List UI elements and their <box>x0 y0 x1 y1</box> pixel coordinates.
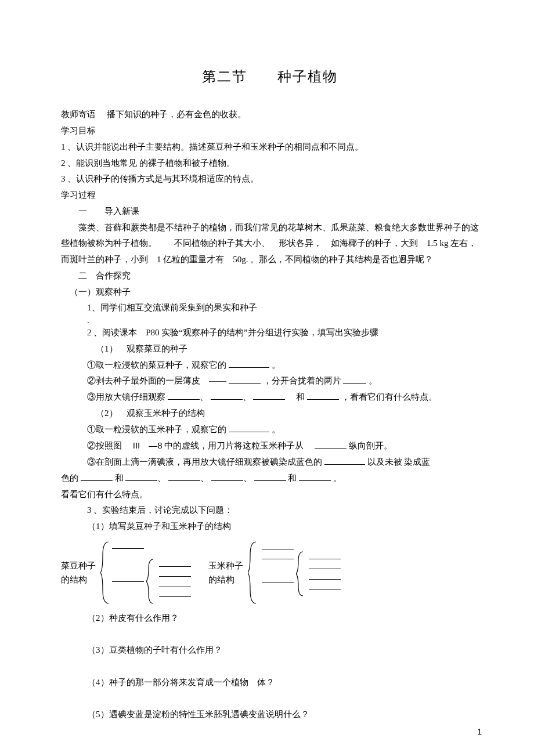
blank-line[interactable] <box>309 578 341 580</box>
intro-paragraph: 藻类、苔藓和蕨类都是不结种子的植物，而我们常见的花草树木、瓜果蔬菜、粮食绝大多数… <box>61 220 479 268</box>
step-1: 1、同学们相互交流课前采集到的果实和种子 <box>61 300 479 316</box>
q3-2: （2）种皮有什么作用？ <box>61 610 479 627</box>
blank-line[interactable] <box>262 558 294 559</box>
blank-line[interactable] <box>112 544 144 549</box>
step-3: 3 、实验结束后，讨论完成以下问题： <box>61 502 479 519</box>
s22b-b: III —8 <box>133 440 163 450</box>
blank[interactable] <box>253 390 285 400</box>
blank[interactable] <box>125 472 157 481</box>
q3-4: （4）种子的那一部分将来发育成一个植物 体？ <box>61 675 479 691</box>
blank[interactable] <box>229 423 269 432</box>
blank[interactable] <box>229 374 261 384</box>
step-2-2b: ②按照图 III —8 中的虚线，用刀片将这粒玉米种子从 纵向剖开。 <box>61 437 479 454</box>
blank[interactable] <box>229 359 269 368</box>
subsection-1-header: （一）观察种子 <box>61 284 479 301</box>
intro-text: 藻类、苔藓和蕨类都是不结种子的植物，而我们常见的花草树木、瓜果蔬菜、粮食绝大多数… <box>61 223 479 265</box>
step-2-1a: ①取一粒浸软的菜豆种子，观察它的 。 <box>61 357 479 374</box>
blank[interactable] <box>168 472 200 481</box>
diagram-left: 菜豆种子 的结构 <box>61 541 191 605</box>
blank-line[interactable] <box>262 582 294 583</box>
blank-line[interactable] <box>309 568 341 569</box>
spacer <box>61 659 479 675</box>
s21b-b: ，分开合拢着的两片 <box>263 376 341 385</box>
diag-left-b: 的结构 <box>61 575 87 584</box>
objective-3: 3 、认识种子的传播方式是与其环境相适应的特点。 <box>61 171 479 187</box>
diag-left-a: 菜豆种子 <box>61 561 96 570</box>
diag-left-label: 菜豆种子 的结构 <box>61 559 98 587</box>
inner-group <box>157 561 191 602</box>
s22b-d: 纵向剖开。 <box>349 441 392 450</box>
step-3-1: （1）填写菜豆种子和玉米种子的结构 <box>61 519 479 535</box>
spacer <box>61 691 479 707</box>
document-page: 第二节 种子植物 教师寄语 播下知识的种子，必有金色的收获。 学习目标 1 、认… <box>0 0 534 756</box>
blank[interactable] <box>168 390 200 400</box>
blank[interactable] <box>254 472 286 481</box>
s22c-and2: 和 <box>288 473 297 483</box>
s21a-end: 。 <box>272 360 280 370</box>
blank-line[interactable] <box>159 576 191 577</box>
step-2-2a: ①取一粒浸软的玉米种子，观察它的 。 <box>61 422 479 438</box>
brace-icon <box>100 541 110 605</box>
step-2-1-header: （1） 观察菜豆的种子 <box>61 341 479 357</box>
blank-line[interactable] <box>159 596 191 597</box>
blank[interactable] <box>315 439 347 448</box>
diag-right-label: 玉米种子 的结构 <box>208 559 246 587</box>
step-2-1b: ②剥去种子最外面的一层薄皮 —— ，分开合拢着的两片 。 <box>61 373 479 389</box>
step-2-2c: ③在剖面上滴一滴碘液，再用放大镜仔细观察被碘染成蓝色的 以及未被 染成蓝 <box>61 454 479 471</box>
objective-1: 1 、认识并能说出种子主要结构。描述菜豆种子和玉米种子的相同点和不同点。 <box>61 139 479 155</box>
s22c-a: ③在剖面上滴一滴碘液，再用放大镜仔细观察被碘染成蓝色的 <box>87 457 322 466</box>
s22c-end: 。 <box>333 473 342 483</box>
inner-group <box>306 554 341 594</box>
blank[interactable] <box>307 390 339 400</box>
objectives-header: 学习目标 <box>61 123 479 139</box>
s22a-end: 。 <box>272 425 280 434</box>
brace-icon <box>248 541 257 605</box>
s22c-b: 以及未被 染成蓝 <box>367 457 431 466</box>
s21c-end: ，看看它们有什么特点。 <box>341 392 437 401</box>
q3-5: （5）遇碘变蓝是淀粉的特性玉米胚乳遇碘变蓝说明什么？ <box>61 707 479 723</box>
s21b-a: ②剥去种子最外面的一层薄皮 —— <box>87 376 226 385</box>
teacher-note-label: 教师寄语 <box>61 110 96 119</box>
q3-3: （3）豆类植物的子叶有什么作用？ <box>61 642 479 659</box>
blank[interactable] <box>211 390 243 400</box>
step-2-2c-last: 看看它们有什么特点。 <box>61 487 479 503</box>
section-1-header: 一 导入新课 <box>61 204 479 220</box>
s22c-c: 色的 <box>61 473 78 483</box>
spacer <box>61 627 479 643</box>
brace-icon <box>146 558 154 605</box>
objective-2: 2 、能识别当地常见 的裸子植物和被子植物。 <box>61 155 479 172</box>
blank[interactable] <box>343 374 366 384</box>
s22b-c: 中的虚线，用刀片将这粒玉米种子从 <box>164 441 312 450</box>
blank[interactable] <box>81 472 113 481</box>
diagram-right: 玉米种子 的结构 <box>208 541 341 605</box>
s22b-a: ②按照图 <box>87 441 131 450</box>
step-2: 2 、阅读课本 P80 实验“观察种子的结构”并分组进行实验，填写出实验步骤 <box>61 325 479 341</box>
blank[interactable] <box>211 472 243 481</box>
step-2-1c: ③用放大镜仔细观察 、 、 和 ，看看它们有什么特点。 <box>61 389 479 406</box>
blank-line[interactable] <box>309 588 341 589</box>
s21b-c: 。 <box>369 376 377 385</box>
blank[interactable] <box>299 472 331 481</box>
blank-line[interactable] <box>159 566 191 567</box>
blank-line[interactable] <box>112 581 144 582</box>
outer-group <box>259 544 341 602</box>
s21c-a: ③用放大镜仔细观察 <box>87 392 165 401</box>
step-2-2c-cont: 色的 和 、 、 、 和 。 <box>61 471 479 487</box>
s21c-and: 和 <box>287 392 305 401</box>
teacher-note-line: 教师寄语 播下知识的种子，必有金色的收获。 <box>61 107 479 123</box>
section-2-header: 二 合作探究 <box>61 268 479 284</box>
page-number: 1 <box>477 725 482 740</box>
blank[interactable] <box>324 455 365 465</box>
teacher-note-text: 播下知识的种子，必有金色的收获。 <box>107 110 246 119</box>
s21a-a: ①取一粒浸软的菜豆种子，观察它的 <box>87 360 226 370</box>
blank-line[interactable] <box>309 558 341 559</box>
diag-right-b: 的结构 <box>208 575 234 584</box>
blank-line[interactable] <box>262 548 294 549</box>
page-title: 第二节 种子植物 <box>61 64 479 89</box>
blank-line[interactable] <box>159 586 191 587</box>
brace-icon <box>296 551 304 597</box>
structure-diagram: 菜豆种子 的结构 <box>61 541 479 605</box>
s22a-a: ①取一粒浸软的玉米种子，观察它的 <box>87 425 226 434</box>
s22c-and1: 和 <box>115 473 124 483</box>
outer-group <box>112 544 191 602</box>
